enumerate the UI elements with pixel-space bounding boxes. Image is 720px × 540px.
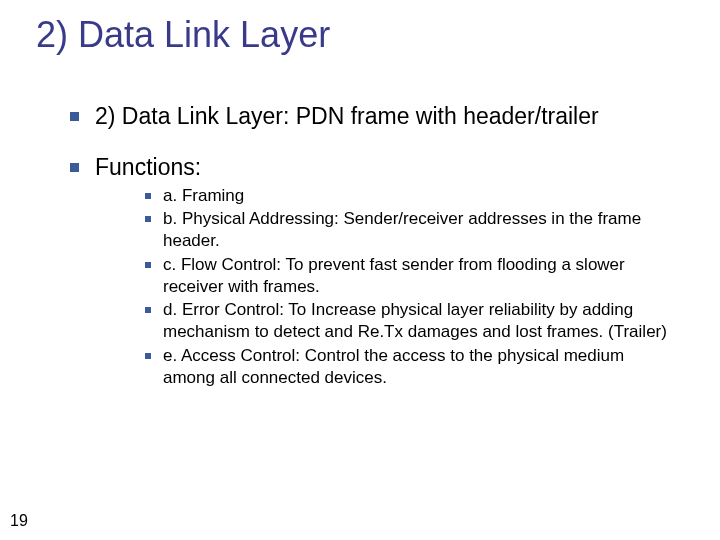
square-bullet-icon (145, 193, 151, 199)
bullet-level2: e. Access Control: Control the access to… (145, 345, 680, 389)
sub-bullet-group: a. Framing b. Physical Addressing: Sende… (145, 185, 680, 389)
bullet-level2: b. Physical Addressing: Sender/receiver … (145, 208, 680, 252)
sub-bullet-text: e. Access Control: Control the access to… (163, 345, 680, 389)
slide-body: 2) Data Link Layer: PDN frame with heade… (70, 102, 680, 412)
bullet-text: 2) Data Link Layer: PDN frame with heade… (95, 102, 680, 131)
bullet-level2: a. Framing (145, 185, 680, 207)
sub-bullet-text: c. Flow Control: To prevent fast sender … (163, 254, 680, 298)
sub-bullet-text: b. Physical Addressing: Sender/receiver … (163, 208, 680, 252)
bullet-level1: Functions: a. Framing b. Physical Addres… (70, 153, 680, 391)
bullet-text: Functions: a. Framing b. Physical Addres… (95, 153, 680, 391)
bullet-level2: c. Flow Control: To prevent fast sender … (145, 254, 680, 298)
slide: 2) Data Link Layer 2) Data Link Layer: P… (0, 0, 720, 540)
slide-title: 2) Data Link Layer (36, 14, 330, 56)
square-bullet-icon (145, 353, 151, 359)
bullet-label: Functions: (95, 154, 201, 180)
square-bullet-icon (145, 262, 151, 268)
square-bullet-icon (145, 307, 151, 313)
sub-bullet-text: d. Error Control: To Increase physical l… (163, 299, 680, 343)
square-bullet-icon (70, 163, 79, 172)
bullet-level1: 2) Data Link Layer: PDN frame with heade… (70, 102, 680, 131)
page-number: 19 (10, 512, 28, 530)
square-bullet-icon (145, 216, 151, 222)
sub-bullet-text: a. Framing (163, 185, 680, 207)
bullet-level2: d. Error Control: To Increase physical l… (145, 299, 680, 343)
square-bullet-icon (70, 112, 79, 121)
